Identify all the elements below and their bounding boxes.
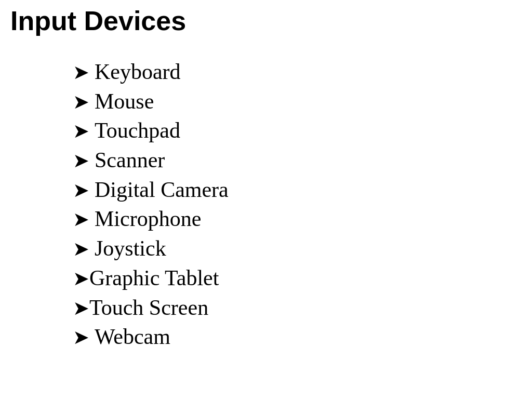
arrow-icon: ➤ <box>73 148 89 174</box>
arrow-icon: ➤ <box>73 265 89 292</box>
item-label: Webcam <box>95 322 170 352</box>
arrow-icon: ➤ <box>73 59 89 86</box>
list-item: ➤Touchpad <box>73 116 522 145</box>
arrow-icon: ➤ <box>73 177 89 204</box>
arrow-icon: ➤ <box>73 118 89 144</box>
item-label: Graphic Tablet <box>89 263 219 293</box>
item-label: Joystick <box>95 234 166 263</box>
page-container: Input Devices ➤Keyboard➤Mouse➤Touchpad➤S… <box>0 0 532 357</box>
list-item: ➤Touch Screen <box>73 293 522 323</box>
item-label: Scanner <box>95 145 165 175</box>
arrow-icon: ➤ <box>73 89 89 115</box>
item-label: Digital Camera <box>95 175 229 205</box>
page-title: Input Devices <box>10 5 522 36</box>
input-devices-list: ➤Keyboard➤Mouse➤Touchpad➤Scanner➤Digital… <box>10 57 522 352</box>
arrow-icon: ➤ <box>73 206 89 233</box>
arrow-icon: ➤ <box>73 324 89 351</box>
item-label: Touch Screen <box>89 293 208 323</box>
list-item: ➤Joystick <box>73 234 522 263</box>
item-label: Touchpad <box>95 116 180 145</box>
list-item: ➤Digital Camera <box>73 175 522 205</box>
list-item: ➤Webcam <box>73 322 522 352</box>
item-label: Microphone <box>95 204 201 234</box>
list-item: ➤Keyboard <box>73 57 522 87</box>
list-item: ➤Microphone <box>73 204 522 234</box>
arrow-icon: ➤ <box>73 295 89 322</box>
arrow-icon: ➤ <box>73 236 89 262</box>
list-item: ➤Graphic Tablet <box>73 263 522 293</box>
list-item: ➤Scanner <box>73 145 522 175</box>
item-label: Mouse <box>95 87 154 116</box>
item-label: Keyboard <box>95 57 181 87</box>
list-item: ➤Mouse <box>73 87 522 116</box>
